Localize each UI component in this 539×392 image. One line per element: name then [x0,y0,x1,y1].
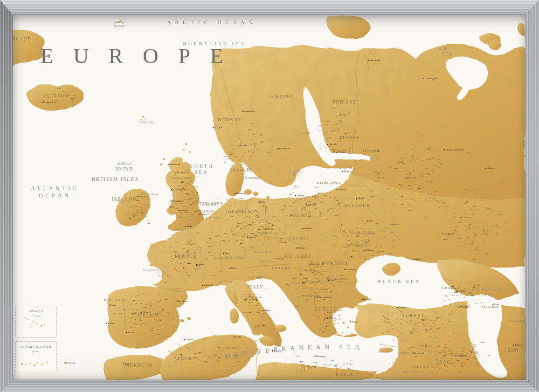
inset-island-dot [37,362,38,363]
city-label: Berlin [258,201,266,204]
country-label: NETHERLANDS [191,201,222,205]
city-label: Baghdad [455,354,466,357]
city-label: Lisbon [106,322,115,325]
city-label: Brussels [198,213,209,216]
city-label: Helsinki [327,143,337,146]
frame-top [0,0,539,15]
city-label: Rostov [413,258,423,261]
country-label: SPAIN [143,313,159,318]
inset-box: CANARY ISLANDS(Spain) [15,341,57,373]
country-label: IRELAND [112,197,136,202]
city-label: Barcelona [176,300,188,303]
city-label: St. Petersburg [363,149,379,153]
country-label: SWITZERLAND [214,256,244,260]
country-label: PALESTINE [402,370,418,374]
country-label: GEORGIA [442,286,461,290]
city-label: Lyon [196,264,203,267]
inset-island-dot [21,363,23,365]
sea-label: NORWEGIAN SEA [183,41,246,47]
country-label: MOLDOVA [347,243,368,247]
city-label: Marseille [202,284,213,287]
city-label: Algiers [184,338,193,341]
city-label: Bern [223,252,230,255]
frame-right [526,0,539,392]
country-label: LATVIA [340,166,356,170]
city-label: Dublin [137,195,146,198]
country-label: MONTENEGRO [292,282,313,286]
region-label: Madeira [65,361,75,365]
city-label: Vienna [278,241,287,244]
inset-title: CANARY ISLANDS [16,345,56,348]
country-label: NORWAY [218,118,242,123]
inset-island-dot [44,324,45,325]
country-label: LUXEMBOURG [202,216,223,220]
city-label: Kyiv [367,219,374,223]
city-label: Tbilisi [457,290,465,293]
country-label: ALAND [300,131,310,135]
country-label: RUSSIA [339,135,360,141]
city-label: Rabat [123,362,130,366]
country-label: BULGARIA [327,277,349,281]
country-label: GERMANY [228,209,256,215]
country-label: ITALY [247,285,264,290]
region-label: BRITISH ISLES [92,175,139,183]
city-label: Zagreb [275,257,284,260]
inset-island-dot [27,319,29,320]
city-label: Tallinn [336,151,345,154]
country-label: MONACO [219,281,232,285]
country-label: TURKMENISTAN [508,319,526,323]
country-label: FINLAND [333,100,357,105]
city-label: Rome [250,298,258,301]
city-label: Munich [247,236,257,239]
frame-bottom [0,380,539,392]
city-label: Ankara [397,306,406,309]
map-labels-layer: EUROPE MEDITERRANEAN SEA ARCTIC OCEANNOR… [12,15,526,380]
country-label: ROMANIA [322,261,348,266]
country-label: AZERBAIJAN [480,306,499,310]
city-label: Istanbul [362,298,372,301]
city-label: Athens [327,317,336,320]
country-label: LITHUANIA [317,181,341,185]
city-label: Volgograd [443,232,455,236]
city-label: Amsterdam [202,203,216,207]
country-label: BELGIUM [195,209,214,214]
city-label: Izmir [350,320,357,324]
inset-box: AZORES(Portugal) [15,306,57,338]
country-label: IRAN [505,348,519,353]
city-label: Seville [126,331,135,334]
inset-island-dot [40,325,43,327]
city-label: Thessaloniki [317,297,332,300]
country-label: SWEDEN [271,94,294,100]
country-label: ARMENIA [457,305,471,308]
country-label: FRANCE [175,254,197,259]
city-label: Budapest [296,246,307,250]
inset-island-dot [29,363,31,364]
frame-left [0,0,12,392]
country-label: DENMARK [231,168,252,173]
country-label: AUSTRIA [253,250,272,254]
region-label: FAEROE IS. [140,121,154,125]
city-label: Porto [109,304,116,307]
country-label: SLOVAKIA [287,236,309,240]
city-label: Paris [185,225,192,228]
svg-text:MEDITERRANEAN SEA: MEDITERRANEAN SEA [224,343,364,361]
inset-island-dot [25,364,26,365]
city-label: Baku [492,303,499,306]
country-label: UKRAINE [350,230,376,236]
city-label: Minsk [356,197,364,200]
sea-label: WHITE SEA [438,46,457,57]
country-label: CROATIA [272,266,291,270]
country-label: MOROCCO [125,363,153,368]
sea-label: CASPIAN SEA [477,287,502,298]
region-label: Jan Mayen (Norway) [113,20,126,27]
sea-label: ATLANTIC OCEAN [31,185,79,199]
city-label: Manchester [171,189,185,192]
country-label: KOSOVO [306,281,319,285]
inset-island-dot [30,327,31,328]
country-label: SAN MARINO [248,276,268,279]
inset-island-dot [42,364,43,365]
city-label: Gdansk [295,194,305,197]
country-label: PORTUGAL [104,298,127,302]
country-label: EGYPT [336,372,354,377]
country-label: UNITED KINGDOM [171,171,192,180]
